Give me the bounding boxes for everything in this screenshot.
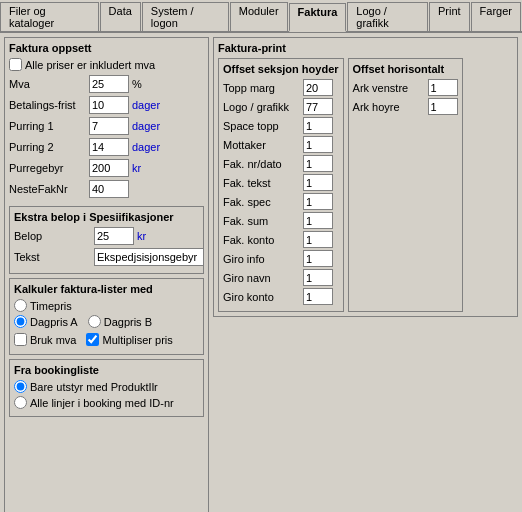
ark-venstre-input[interactable]	[428, 79, 458, 96]
ekstra-section: Ekstra belop i Spesiifikasjoner Belop kr…	[9, 206, 204, 274]
purring1-input[interactable]	[89, 117, 129, 135]
dagprisA-label: Dagpris A	[30, 316, 78, 328]
belop-input[interactable]	[94, 227, 134, 245]
fak-konto-row: Fak. konto	[223, 231, 339, 248]
purregebyr-row: Purregebyr kr	[9, 159, 204, 177]
timepris-radio[interactable]	[14, 299, 27, 312]
betalings-unit: dager	[132, 99, 160, 111]
tab-faktura[interactable]: Faktura	[289, 3, 347, 32]
main-content: Faktura oppsett Alle priser er inkludert…	[0, 33, 522, 512]
giro-info-input[interactable]	[303, 250, 333, 267]
tab-logo[interactable]: Logo / grafikk	[347, 2, 428, 31]
dagprisA-radio[interactable]	[14, 315, 27, 328]
belop-unit: kr	[137, 230, 146, 242]
fak-spec-label: Fak. spec	[223, 196, 303, 208]
giro-konto-input[interactable]	[303, 288, 333, 305]
giro-info-label: Giro info	[223, 253, 303, 265]
fak-sum-label: Fak. sum	[223, 215, 303, 227]
booking-opt1-radio[interactable]	[14, 380, 27, 393]
dagprisA-row: Dagpris A	[14, 315, 78, 328]
inkl-mva-checkbox[interactable]	[9, 58, 22, 71]
fak-nrdato-input[interactable]	[303, 155, 333, 172]
fak-sum-input[interactable]	[303, 212, 333, 229]
purring2-label: Purring 2	[9, 141, 89, 153]
right-area: Faktura-print Offset seksjon hoyder Topp…	[213, 37, 518, 512]
mva-unit: %	[132, 78, 142, 90]
topp-marg-input[interactable]	[303, 79, 333, 96]
tekst-row: Tekst	[14, 248, 199, 266]
ekstra-title: Ekstra belop i Spesiifikasjoner	[14, 211, 199, 223]
tab-filer[interactable]: Filer og kataloger	[0, 2, 99, 31]
purregebyr-unit: kr	[132, 162, 141, 174]
purregebyr-label: Purregebyr	[9, 162, 89, 174]
faktura-print-panel: Faktura-print Offset seksjon hoyder Topp…	[213, 37, 518, 317]
tekst-label: Tekst	[14, 251, 94, 263]
space-topp-row: Space topp	[223, 117, 339, 134]
logo-grafikk-label: Logo / grafikk	[223, 101, 303, 113]
space-topp-input[interactable]	[303, 117, 333, 134]
mva-label: Mva	[9, 78, 89, 90]
dagprisB-row: Dagpris B	[88, 315, 152, 328]
booking-section: Fra bookingliste Bare utstyr med Produkt…	[9, 359, 204, 417]
tab-print[interactable]: Print	[429, 2, 470, 31]
tab-farger[interactable]: Farger	[471, 2, 521, 31]
giro-navn-input[interactable]	[303, 269, 333, 286]
topp-marg-row: Topp marg	[223, 79, 339, 96]
logo-grafikk-input[interactable]	[303, 98, 333, 115]
dagprisB-radio[interactable]	[88, 315, 101, 328]
fak-spec-input[interactable]	[303, 193, 333, 210]
purring1-label: Purring 1	[9, 120, 89, 132]
multipliser-label: Multipliser pris	[102, 334, 172, 346]
faktura-print-title: Faktura-print	[218, 42, 513, 54]
mottaker-input[interactable]	[303, 136, 333, 153]
inkl-mva-label: Alle priser er inkludert mva	[25, 59, 155, 71]
booking-opt2-label: Alle linjer i booking med ID-nr	[30, 397, 174, 409]
belop-label: Belop	[14, 230, 94, 242]
giro-navn-label: Giro navn	[223, 272, 303, 284]
purring2-row: Purring 2 dager	[9, 138, 204, 156]
giro-konto-row: Giro konto	[223, 288, 339, 305]
nestefaknr-row: NesteFakNr	[9, 180, 204, 198]
fak-sum-row: Fak. sum	[223, 212, 339, 229]
tab-system[interactable]: System / logon	[142, 2, 229, 31]
fak-nrdato-label: Fak. nr/dato	[223, 158, 303, 170]
tab-moduler[interactable]: Moduler	[230, 2, 288, 31]
purring1-row: Purring 1 dager	[9, 117, 204, 135]
seksjon-panel: Offset seksjon hoyder Topp marg Logo / g…	[218, 58, 344, 312]
booking-opt1-row: Bare utstyr med ProduktIlr	[14, 380, 199, 393]
tekst-input[interactable]	[94, 248, 204, 266]
booking-title: Fra bookingliste	[14, 364, 199, 376]
betalings-row: Betalings-frist dager	[9, 96, 204, 114]
tab-data[interactable]: Data	[100, 2, 141, 31]
inkl-mva-row: Alle priser er inkludert mva	[9, 58, 204, 71]
ark-hoyre-label: Ark hoyre	[353, 101, 428, 113]
offset-panel: Offset horisontalt Ark venstre Ark hoyre	[348, 58, 463, 312]
mottaker-row: Mottaker	[223, 136, 339, 153]
nestefaknr-input[interactable]	[89, 180, 129, 198]
purring2-input[interactable]	[89, 138, 129, 156]
space-topp-label: Space topp	[223, 120, 303, 132]
ark-venstre-row: Ark venstre	[353, 79, 458, 96]
betalings-label: Betalings-frist	[9, 99, 89, 111]
multipliser-checkbox[interactable]	[86, 333, 99, 346]
dagprisB-label: Dagpris B	[104, 316, 152, 328]
left-panel-title: Faktura oppsett	[9, 42, 204, 54]
betalings-input[interactable]	[89, 96, 129, 114]
seksjon-title: Offset seksjon hoyder	[223, 63, 339, 75]
timepris-row: Timepris	[14, 299, 199, 312]
nestefaknr-label: NesteFakNr	[9, 183, 89, 195]
giro-info-row: Giro info	[223, 250, 339, 267]
booking-opt1-label: Bare utstyr med ProduktIlr	[30, 381, 158, 393]
giro-navn-row: Giro navn	[223, 269, 339, 286]
fak-konto-input[interactable]	[303, 231, 333, 248]
brukmva-checkbox[interactable]	[14, 333, 27, 346]
fak-tekst-input[interactable]	[303, 174, 333, 191]
mva-input[interactable]	[89, 75, 129, 93]
booking-opt2-row: Alle linjer i booking med ID-nr	[14, 396, 199, 409]
purregebyr-input[interactable]	[89, 159, 129, 177]
mottaker-label: Mottaker	[223, 139, 303, 151]
ark-hoyre-input[interactable]	[428, 98, 458, 115]
left-panel: Faktura oppsett Alle priser er inkludert…	[4, 37, 209, 512]
fak-spec-row: Fak. spec	[223, 193, 339, 210]
booking-opt2-radio[interactable]	[14, 396, 27, 409]
